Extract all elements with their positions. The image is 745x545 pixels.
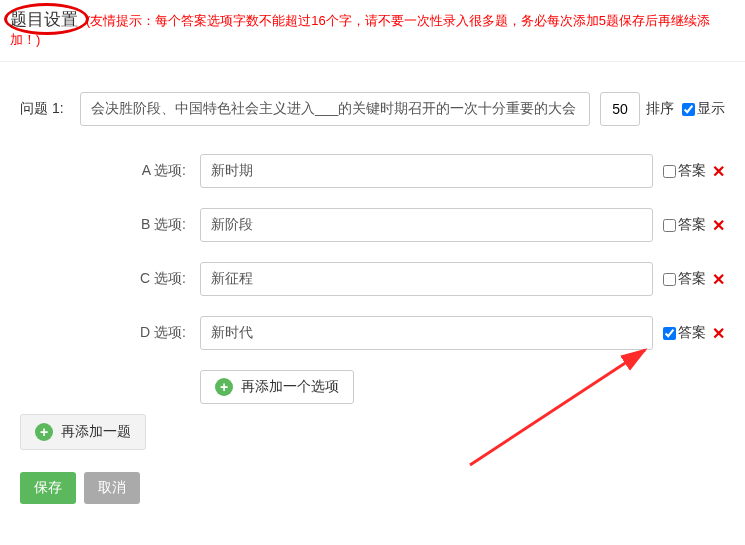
option-label: D 选项:	[120, 324, 200, 342]
question-order-input[interactable]	[600, 92, 640, 126]
option-input[interactable]	[200, 208, 653, 242]
plus-icon: +	[215, 378, 233, 396]
option-row-a: A 选项: 答案 ✕	[120, 154, 725, 188]
question-label: 问题 1:	[20, 100, 80, 118]
answer-label: 答案	[678, 270, 706, 288]
add-option-button[interactable]: + 再添加一个选项	[200, 370, 354, 404]
option-label: B 选项:	[120, 216, 200, 234]
show-label: 显示	[697, 100, 725, 118]
save-button[interactable]: 保存	[20, 472, 76, 504]
show-checkbox[interactable]	[682, 103, 695, 116]
delete-option-icon[interactable]: ✕	[712, 162, 725, 181]
option-label: A 选项:	[120, 162, 200, 180]
plus-icon: +	[35, 423, 53, 441]
answer-toggle[interactable]: 答案	[663, 216, 706, 234]
hint-text: (友情提示：每个答案选项字数不能超过16个字，请不要一次性录入很多题，务必每次添…	[10, 13, 710, 47]
answer-checkbox[interactable]	[663, 327, 676, 340]
option-input[interactable]	[200, 316, 653, 350]
answer-toggle[interactable]: 答案	[663, 162, 706, 180]
option-input[interactable]	[200, 154, 653, 188]
question-row: 问题 1: 排序 显示	[20, 92, 725, 126]
answer-label: 答案	[678, 162, 706, 180]
add-question-label: 再添加一题	[61, 423, 131, 441]
delete-option-icon[interactable]: ✕	[712, 270, 725, 289]
answer-toggle[interactable]: 答案	[663, 270, 706, 288]
answer-toggle[interactable]: 答案	[663, 324, 706, 342]
header: 题目设置 (友情提示：每个答案选项字数不能超过16个字，请不要一次性录入很多题，…	[0, 0, 745, 62]
option-input[interactable]	[200, 262, 653, 296]
answer-label: 答案	[678, 216, 706, 234]
answer-label: 答案	[678, 324, 706, 342]
delete-option-icon[interactable]: ✕	[712, 324, 725, 343]
order-label: 排序	[646, 100, 674, 118]
delete-option-icon[interactable]: ✕	[712, 216, 725, 235]
add-option-label: 再添加一个选项	[241, 378, 339, 396]
question-text-input[interactable]	[80, 92, 590, 126]
options-area: A 选项: 答案 ✕ B 选项: 答案 ✕ C 选项: 答案 ✕ D 选项: 答…	[20, 154, 725, 404]
option-row-b: B 选项: 答案 ✕	[120, 208, 725, 242]
option-row-c: C 选项: 答案 ✕	[120, 262, 725, 296]
answer-checkbox[interactable]	[663, 165, 676, 178]
option-row-d: D 选项: 答案 ✕	[120, 316, 725, 350]
answer-checkbox[interactable]	[663, 219, 676, 232]
answer-checkbox[interactable]	[663, 273, 676, 286]
add-question-button[interactable]: + 再添加一题	[20, 414, 146, 450]
option-label: C 选项:	[120, 270, 200, 288]
cancel-button[interactable]: 取消	[84, 472, 140, 504]
page-title: 题目设置	[10, 8, 78, 31]
